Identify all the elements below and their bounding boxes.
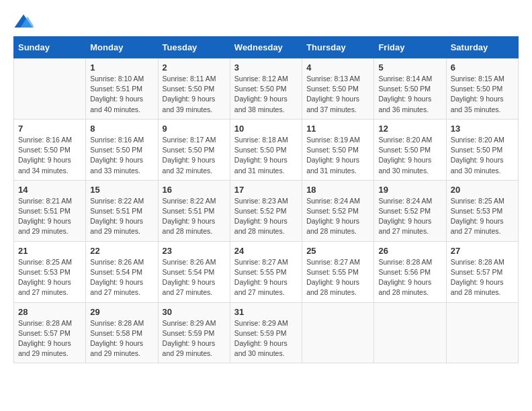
day-number: 9 xyxy=(163,124,226,134)
calendar-cell: 23Sunrise: 8:26 AMSunset: 5:54 PMDayligh… xyxy=(158,241,230,302)
day-info: Sunrise: 8:25 AMSunset: 5:53 PMDaylight:… xyxy=(18,257,81,298)
calendar-cell: 14Sunrise: 8:21 AMSunset: 5:51 PMDayligh… xyxy=(14,180,86,241)
calendar-cell: 10Sunrise: 8:18 AMSunset: 5:50 PMDayligh… xyxy=(230,119,302,180)
day-number: 19 xyxy=(378,185,441,195)
calendar-cell: 25Sunrise: 8:27 AMSunset: 5:55 PMDayligh… xyxy=(302,241,374,302)
calendar-cell: 26Sunrise: 8:28 AMSunset: 5:56 PMDayligh… xyxy=(374,241,446,302)
header-day-friday: Friday xyxy=(374,37,446,58)
day-info: Sunrise: 8:17 AMSunset: 5:50 PMDaylight:… xyxy=(163,135,226,176)
day-number: 22 xyxy=(90,246,153,256)
day-info: Sunrise: 8:26 AMSunset: 5:54 PMDaylight:… xyxy=(90,257,153,298)
day-info: Sunrise: 8:20 AMSunset: 5:50 PMDaylight:… xyxy=(378,135,441,176)
day-number: 10 xyxy=(234,124,298,134)
calendar-cell: 7Sunrise: 8:16 AMSunset: 5:50 PMDaylight… xyxy=(14,119,86,180)
day-info: Sunrise: 8:20 AMSunset: 5:50 PMDaylight:… xyxy=(451,135,514,176)
day-number: 11 xyxy=(306,124,369,134)
day-number: 30 xyxy=(163,307,226,317)
calendar-cell xyxy=(302,302,374,363)
day-number: 18 xyxy=(306,185,369,195)
day-info: Sunrise: 8:28 AMSunset: 5:58 PMDaylight:… xyxy=(90,318,153,359)
day-number: 4 xyxy=(306,62,369,73)
day-number: 13 xyxy=(451,124,514,134)
day-number: 7 xyxy=(18,124,81,134)
calendar-cell xyxy=(446,302,518,363)
day-number: 20 xyxy=(451,185,514,195)
day-info: Sunrise: 8:16 AMSunset: 5:50 PMDaylight:… xyxy=(90,135,153,176)
day-info: Sunrise: 8:28 AMSunset: 5:56 PMDaylight:… xyxy=(378,257,441,298)
day-info: Sunrise: 8:23 AMSunset: 5:52 PMDaylight:… xyxy=(234,196,298,237)
calendar-cell: 21Sunrise: 8:25 AMSunset: 5:53 PMDayligh… xyxy=(14,241,86,302)
header-day-saturday: Saturday xyxy=(446,37,518,58)
day-info: Sunrise: 8:18 AMSunset: 5:50 PMDaylight:… xyxy=(234,135,298,176)
day-number: 26 xyxy=(378,246,441,256)
day-info: Sunrise: 8:15 AMSunset: 5:50 PMDaylight:… xyxy=(451,74,514,115)
header-day-thursday: Thursday xyxy=(302,37,374,58)
day-number: 6 xyxy=(451,62,514,73)
day-number: 23 xyxy=(163,246,226,256)
day-number: 29 xyxy=(90,307,153,317)
calendar-body: 1Sunrise: 8:10 AMSunset: 5:51 PMDaylight… xyxy=(14,58,519,363)
day-number: 12 xyxy=(378,124,441,134)
day-info: Sunrise: 8:21 AMSunset: 5:51 PMDaylight:… xyxy=(18,196,81,237)
calendar-cell: 30Sunrise: 8:29 AMSunset: 5:59 PMDayligh… xyxy=(158,302,230,363)
calendar-week-row: 21Sunrise: 8:25 AMSunset: 5:53 PMDayligh… xyxy=(14,241,519,302)
calendar-cell: 19Sunrise: 8:24 AMSunset: 5:52 PMDayligh… xyxy=(374,180,446,241)
day-info: Sunrise: 8:22 AMSunset: 5:51 PMDaylight:… xyxy=(90,196,153,237)
calendar-cell: 8Sunrise: 8:16 AMSunset: 5:50 PMDaylight… xyxy=(86,119,158,180)
calendar-cell: 31Sunrise: 8:29 AMSunset: 5:59 PMDayligh… xyxy=(230,302,302,363)
logo xyxy=(13,13,38,30)
day-number: 1 xyxy=(90,62,153,73)
calendar-week-row: 28Sunrise: 8:28 AMSunset: 5:57 PMDayligh… xyxy=(14,302,519,363)
day-number: 31 xyxy=(234,307,298,317)
calendar-table: SundayMondayTuesdayWednesdayThursdayFrid… xyxy=(13,36,519,363)
day-info: Sunrise: 8:22 AMSunset: 5:51 PMDaylight:… xyxy=(163,196,226,237)
calendar-week-row: 14Sunrise: 8:21 AMSunset: 5:51 PMDayligh… xyxy=(14,180,519,241)
day-info: Sunrise: 8:29 AMSunset: 5:59 PMDaylight:… xyxy=(163,318,226,359)
header-day-monday: Monday xyxy=(86,37,158,58)
day-number: 14 xyxy=(18,185,81,195)
calendar-cell: 5Sunrise: 8:14 AMSunset: 5:50 PMDaylight… xyxy=(374,58,446,120)
header-day-tuesday: Tuesday xyxy=(158,37,230,58)
calendar-cell: 13Sunrise: 8:20 AMSunset: 5:50 PMDayligh… xyxy=(446,119,518,180)
day-number: 24 xyxy=(234,246,298,256)
calendar-cell: 12Sunrise: 8:20 AMSunset: 5:50 PMDayligh… xyxy=(374,119,446,180)
calendar-cell: 1Sunrise: 8:10 AMSunset: 5:51 PMDaylight… xyxy=(86,58,158,120)
day-info: Sunrise: 8:16 AMSunset: 5:50 PMDaylight:… xyxy=(18,135,81,176)
header-day-sunday: Sunday xyxy=(14,37,86,58)
day-info: Sunrise: 8:27 AMSunset: 5:55 PMDaylight:… xyxy=(234,257,298,298)
calendar-cell: 24Sunrise: 8:27 AMSunset: 5:55 PMDayligh… xyxy=(230,241,302,302)
day-info: Sunrise: 8:26 AMSunset: 5:54 PMDaylight:… xyxy=(163,257,226,298)
day-number: 27 xyxy=(451,246,514,256)
calendar-week-row: 7Sunrise: 8:16 AMSunset: 5:50 PMDaylight… xyxy=(14,119,519,180)
day-number: 21 xyxy=(18,246,81,256)
calendar-cell: 17Sunrise: 8:23 AMSunset: 5:52 PMDayligh… xyxy=(230,180,302,241)
calendar-header: SundayMondayTuesdayWednesdayThursdayFrid… xyxy=(14,37,519,58)
calendar-cell: 2Sunrise: 8:11 AMSunset: 5:50 PMDaylight… xyxy=(158,58,230,120)
day-number: 25 xyxy=(306,246,369,256)
day-number: 5 xyxy=(378,62,441,73)
day-number: 17 xyxy=(234,185,298,195)
calendar-cell: 9Sunrise: 8:17 AMSunset: 5:50 PMDaylight… xyxy=(158,119,230,180)
calendar-week-row: 1Sunrise: 8:10 AMSunset: 5:51 PMDaylight… xyxy=(14,58,519,120)
calendar-cell xyxy=(14,58,86,120)
calendar-cell: 11Sunrise: 8:19 AMSunset: 5:50 PMDayligh… xyxy=(302,119,374,180)
calendar-cell: 6Sunrise: 8:15 AMSunset: 5:50 PMDaylight… xyxy=(446,58,518,120)
page-header xyxy=(13,13,519,30)
day-number: 8 xyxy=(90,124,153,134)
day-info: Sunrise: 8:10 AMSunset: 5:51 PMDaylight:… xyxy=(90,74,153,115)
day-info: Sunrise: 8:19 AMSunset: 5:50 PMDaylight:… xyxy=(306,135,369,176)
day-info: Sunrise: 8:28 AMSunset: 5:57 PMDaylight:… xyxy=(18,318,81,359)
day-info: Sunrise: 8:28 AMSunset: 5:57 PMDaylight:… xyxy=(451,257,514,298)
day-number: 15 xyxy=(90,185,153,195)
calendar-cell: 18Sunrise: 8:24 AMSunset: 5:52 PMDayligh… xyxy=(302,180,374,241)
calendar-cell: 22Sunrise: 8:26 AMSunset: 5:54 PMDayligh… xyxy=(86,241,158,302)
calendar-cell: 3Sunrise: 8:12 AMSunset: 5:50 PMDaylight… xyxy=(230,58,302,120)
day-info: Sunrise: 8:24 AMSunset: 5:52 PMDaylight:… xyxy=(306,196,369,237)
header-row: SundayMondayTuesdayWednesdayThursdayFrid… xyxy=(14,37,519,58)
day-number: 2 xyxy=(163,62,226,73)
calendar-cell: 15Sunrise: 8:22 AMSunset: 5:51 PMDayligh… xyxy=(86,180,158,241)
day-info: Sunrise: 8:25 AMSunset: 5:53 PMDaylight:… xyxy=(451,196,514,237)
header-day-wednesday: Wednesday xyxy=(230,37,302,58)
calendar-cell: 4Sunrise: 8:13 AMSunset: 5:50 PMDaylight… xyxy=(302,58,374,120)
day-info: Sunrise: 8:13 AMSunset: 5:50 PMDaylight:… xyxy=(306,74,369,115)
